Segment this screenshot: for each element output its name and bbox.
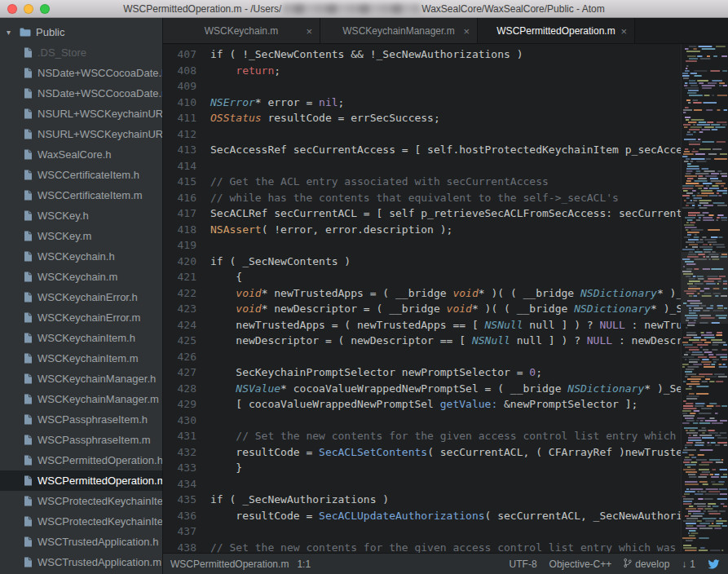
tree-item-WSCPermittedOperation.h[interactable]: WSCPermittedOperation.h — [0, 450, 162, 470]
file-name: WSCKeychainManager.m — [38, 393, 159, 405]
tree-item-NSURL+WSCKeychainURL.m[interactable]: NSURL+WSCKeychainURL.m — [0, 124, 162, 144]
tab-WSCKeychain.m[interactable]: WSCKeychain.m× — [163, 18, 320, 43]
code-line-422[interactable]: void* newTrustedApps = ( __bridge void* … — [210, 285, 681, 302]
code-line-438[interactable]: // Set the new contents for the given ac… — [210, 540, 681, 554]
folder-icon — [20, 28, 31, 37]
code-line-413[interactable]: SecAccessRef secCurrentAccess = [ self.h… — [210, 142, 681, 158]
tree-item-WSCPassphraseItem.h[interactable]: WSCPassphraseItem.h — [0, 409, 162, 430]
code-line-417[interactable]: SecACLRef secCurrentACL = [ self p_retri… — [210, 205, 681, 222]
code-line-430[interactable] — [210, 413, 681, 429]
tree-item-WSCKeychain.m[interactable]: WSCKeychain.m — [0, 267, 162, 287]
bird-icon[interactable] — [708, 559, 720, 569]
chevron-down-icon[interactable]: ▾ — [7, 28, 15, 37]
code-line-412[interactable] — [210, 126, 681, 143]
file-icon — [24, 88, 33, 99]
file-icon — [24, 557, 33, 567]
file-icon — [24, 516, 33, 527]
close-icon[interactable]: × — [463, 25, 470, 36]
tree-item-WSCTrustedApplication.h[interactable]: WSCTrustedApplication.h — [0, 532, 162, 552]
file-name: WSCProtectedKeychainItem.h — [38, 495, 162, 507]
code-line-411[interactable]: OSStatus resultCode = errSecSuccess; — [210, 110, 681, 126]
tree-item-WaxSealCore.h[interactable]: WaxSealCore.h — [0, 144, 162, 165]
file-name: WSCKeychainManager.h — [38, 373, 156, 385]
tree-item-WSCCertificateItem.h[interactable]: WSCCertificateItem.h — [0, 165, 162, 185]
window-title: WSCPermittedOperation.m - /Users/ WaxSea… — [0, 0, 728, 18]
code-line-415[interactable]: // Get the ACL entry associated with sec… — [210, 174, 681, 190]
file-name: WSCKeychainItem.h — [38, 332, 135, 344]
code-line-418[interactable]: NSAssert( !error, error.description ); — [210, 222, 681, 238]
line-number: 414 — [163, 158, 196, 174]
tree-item-WSCKeychainManager.h[interactable]: WSCKeychainManager.h — [0, 369, 162, 389]
tree-item-WSCKeychainItem.h[interactable]: WSCKeychainItem.h — [0, 328, 162, 348]
line-number: 410 — [163, 95, 196, 111]
code-editor[interactable]: if ( !_SecNewContents && !_SecNewAuthori… — [204, 44, 681, 553]
code-line-409[interactable] — [210, 78, 681, 95]
code-line-427[interactable]: SecKeychainPromptSelector newPromptSelec… — [210, 364, 681, 381]
tree-item-WSCPermittedOperation.m[interactable]: WSCPermittedOperation.m — [0, 470, 162, 491]
tree-item-.DS_Store[interactable]: .DS_Store — [0, 42, 162, 63]
tree-item-WSCPassphraseItem.m[interactable]: WSCPassphraseItem.m — [0, 430, 162, 450]
code-line-432[interactable]: resultCode = SecACLSetContents( secCurre… — [210, 444, 681, 461]
cursor-position[interactable]: 1:1 — [297, 559, 311, 570]
tab-WSCKeychainManager.m[interactable]: WSCKeychainManager.m× — [320, 18, 478, 43]
window-title-suffix: WaxSealCore/WaxSealCore/Public - Atom — [421, 3, 605, 15]
code-line-437[interactable] — [210, 523, 681, 540]
file-icon — [24, 475, 33, 486]
line-number: 423 — [163, 301, 196, 317]
tab-WSCPermittedOperation.m[interactable]: WSCPermittedOperation.m× — [478, 18, 635, 43]
tree-item-NSDate+WSCCocoaDate.h[interactable]: NSDate+WSCCocoaDate.h — [0, 63, 162, 83]
file-name: WSCPassphraseItem.h — [38, 413, 148, 426]
line-number: 437 — [163, 523, 196, 540]
code-line-423[interactable]: void* newDescriptor = ( __bridge void* )… — [210, 301, 681, 317]
code-line-435[interactable]: if ( _SecNewAuthorizations ) — [210, 492, 681, 508]
code-line-407[interactable]: if ( !_SecNewContents && !_SecNewAuthori… — [210, 46, 681, 63]
file-icon — [24, 414, 33, 425]
grammar-selector[interactable]: Objective-C++ — [549, 559, 612, 570]
arrow-down-icon: ↓ — [682, 559, 686, 570]
tab-title: WSCKeychainManager.m — [342, 25, 454, 37]
code-line-426[interactable] — [210, 349, 681, 365]
tree-item-WSCCertificateItem.m[interactable]: WSCCertificateItem.m — [0, 185, 162, 205]
tree-root-public[interactable]: ▾ Public — [0, 22, 162, 42]
code-line-416[interactable]: // while has the contents that equivalen… — [210, 190, 681, 206]
tree-item-WSCTrustedApplication.m[interactable]: WSCTrustedApplication.m — [0, 552, 162, 572]
code-line-428[interactable]: NSValue* cocoaValueWrappedNewPromptSel =… — [210, 381, 681, 397]
code-line-429[interactable]: [ cocoaValueWrappedNewPromptSel getValue… — [210, 396, 681, 413]
tree-item-WSCKey.m[interactable]: WSCKey.m — [0, 226, 162, 246]
code-line-425[interactable]: newDescriptor = ( newDescriptor == [ NSN… — [210, 333, 681, 349]
tree-item-WSCKey.h[interactable]: WSCKey.h — [0, 205, 162, 226]
code-line-433[interactable]: } — [210, 460, 681, 476]
close-icon[interactable]: × — [306, 25, 312, 36]
title-bar[interactable]: WSCPermittedOperation.m - /Users/ WaxSea… — [0, 0, 728, 18]
code-line-408[interactable]: return; — [210, 63, 681, 79]
tree-item-WSCProtectedKeychainItem.m[interactable]: WSCProtectedKeychainItem.m — [0, 511, 162, 532]
tree-item-NSDate+WSCCocoaDate.m[interactable]: NSDate+WSCCocoaDate.m — [0, 83, 162, 104]
tree-item-WSCKeychainManager.m[interactable]: WSCKeychainManager.m — [0, 389, 162, 409]
tree-item-WSCKeychainItem.m[interactable]: WSCKeychainItem.m — [0, 348, 162, 369]
code-line-414[interactable] — [210, 158, 681, 174]
tree-item-WSCKeychain.h[interactable]: WSCKeychain.h — [0, 246, 162, 267]
code-line-410[interactable]: NSError* error = nil; — [210, 95, 681, 111]
tree-item-WSCProtectedKeychainItem.h[interactable]: WSCProtectedKeychainItem.h — [0, 491, 162, 511]
gutter[interactable]: 4074084094104114124134144154164174184194… — [163, 44, 204, 553]
tree-item-WSCKeychainError.h[interactable]: WSCKeychainError.h — [0, 287, 162, 307]
git-branch-icon — [624, 558, 632, 571]
file-name: WSCPermittedOperation.m — [38, 475, 162, 487]
code-line-436[interactable]: resultCode = SecACLUpdateAuthorizations(… — [210, 508, 681, 524]
code-line-419[interactable] — [210, 237, 681, 254]
code-line-434[interactable] — [210, 476, 681, 492]
code-line-420[interactable]: if ( _SecNewContents ) — [210, 254, 681, 270]
tree-item-NSURL+WSCKeychainURL.h[interactable]: NSURL+WSCKeychainURL.h — [0, 104, 162, 124]
line-number: 409 — [163, 78, 196, 95]
file-name: .DS_Store — [38, 46, 86, 59]
encoding-selector[interactable]: UTF-8 — [510, 559, 537, 570]
code-line-431[interactable]: // Set the new contents for the given ac… — [210, 428, 681, 444]
code-line-421[interactable]: { — [210, 269, 681, 285]
window-title-prefix: WSCPermittedOperation.m - /Users/ — [123, 3, 281, 15]
close-icon[interactable]: × — [620, 25, 627, 36]
line-number: 431 — [163, 428, 196, 444]
minimap[interactable] — [681, 44, 728, 553]
tree-item-WSCKeychainError.m[interactable]: WSCKeychainError.m — [0, 307, 162, 328]
atom-window: WSCPermittedOperation.m - /Users/ WaxSea… — [0, 0, 728, 574]
code-line-424[interactable]: newTrustedApps = ( newTrustedApps == [ N… — [210, 317, 681, 333]
